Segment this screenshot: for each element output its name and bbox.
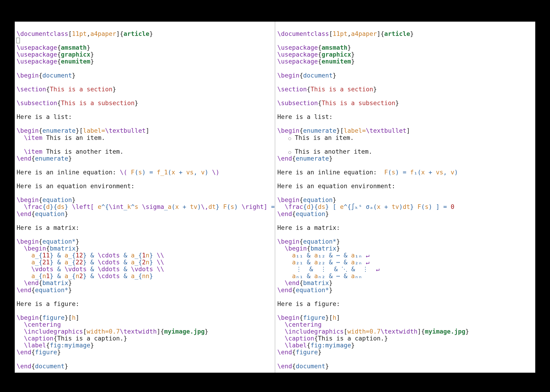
code-left[interactable]: \documentclass[11pt,a4paper]{article} \u… <box>15 22 275 373</box>
split-panes: \documentclass[11pt,a4paper]{article} \u… <box>15 22 535 373</box>
cursor <box>16 38 20 43</box>
editor-frame: \documentclass[11pt,a4paper]{article} \u… <box>15 19 535 373</box>
pane-left[interactable]: \documentclass[11pt,a4paper]{article} \u… <box>15 22 275 373</box>
bullet-icon <box>288 151 291 154</box>
bullet-icon <box>288 137 291 140</box>
pane-right[interactable]: \documentclass[11pt,a4paper]{article} \u… <box>275 22 535 373</box>
code-right[interactable]: \documentclass[11pt,a4paper]{article} \u… <box>275 22 535 373</box>
